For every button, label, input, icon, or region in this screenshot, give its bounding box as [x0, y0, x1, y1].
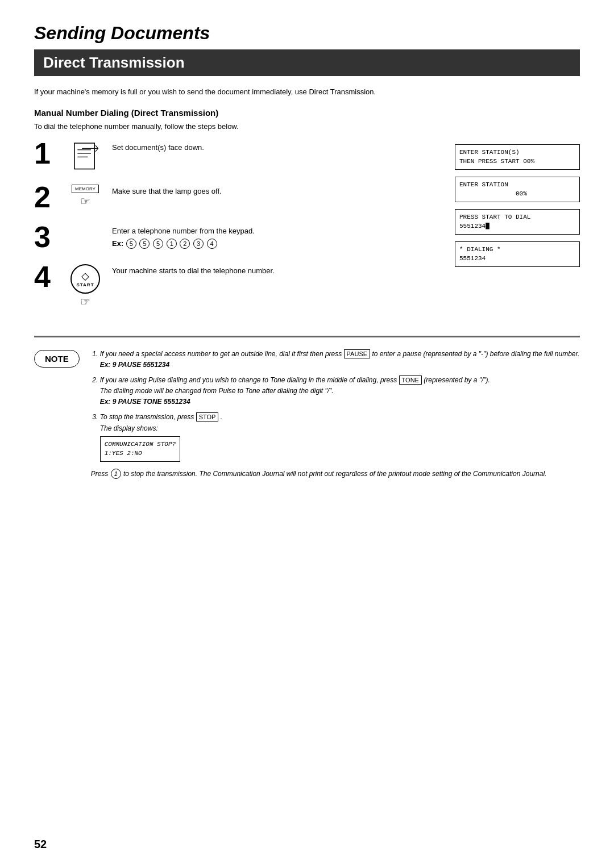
- step-4-icon: ◇ START ☞: [65, 264, 105, 308]
- stop-key: STOP: [196, 412, 219, 422]
- note-1-text-after: to enter a pause (represented by a "-") …: [372, 350, 579, 358]
- circle-3: 3: [193, 239, 204, 249]
- lcd-screen-1: ENTER STATION(S) THEN PRESS START 00%: [455, 144, 580, 170]
- step-3-num: 3: [34, 222, 65, 252]
- section-divider: [34, 336, 580, 337]
- note-2-text-mid: (represented by a "/").: [424, 376, 490, 384]
- steps-col: 1 Set document(s) face down.: [34, 139, 455, 319]
- note-item-2: If you are using Pulse dialing and you w…: [100, 375, 580, 408]
- step-2-text: Make sure that the lamp goes off.: [112, 186, 438, 197]
- main-title: Sending Documents: [34, 23, 580, 44]
- circle-1-note: 1: [111, 469, 121, 479]
- step-1-row: 1 Set document(s) face down.: [34, 139, 438, 172]
- svg-rect-0: [74, 143, 94, 169]
- step-1-content: Set document(s) face down.: [112, 139, 438, 153]
- subsection-title: Manual Number Dialing (Direct Transmissi…: [34, 108, 580, 118]
- start-circle: ◇ START: [70, 264, 100, 294]
- note-2-text2: The dialing mode will be changed from Pu…: [100, 387, 334, 395]
- lcd-screen-3: PRESS START TO DIAL 5551234█: [455, 209, 580, 235]
- note-3-text-before: To stop the transmission, press: [100, 413, 196, 421]
- content-area: 1 Set document(s) face down.: [34, 139, 580, 319]
- note-list: If you need a special access number to g…: [91, 349, 580, 464]
- page: Sending Documents Direct Transmission If…: [0, 0, 614, 868]
- note-label: NOTE: [34, 350, 80, 368]
- page-number: 52: [34, 838, 47, 851]
- step-4-content: Your machine starts to dial the telephon…: [112, 262, 438, 277]
- circle-2: 2: [180, 239, 190, 249]
- step-3-ex: Ex: 5 5 5 1 2 3 4: [112, 239, 438, 249]
- circle-5-2: 5: [139, 239, 150, 249]
- step-1-text: Set document(s) face down.: [112, 142, 438, 153]
- note-2-ex: Ex: 9 PAUSE TONE 5551234: [100, 398, 190, 406]
- step-2-row: 2 MEMORY ☞ Make sure that the lamp goes …: [34, 182, 438, 212]
- step-1-num: 1: [34, 139, 65, 168]
- step-2-icon: MEMORY ☞: [65, 185, 105, 208]
- ex-label: Ex:: [112, 239, 126, 248]
- comm-stop-lcd: COMMUNICATION STOP? 1:YES 2:NO: [100, 436, 180, 462]
- note-content: If you need a special access number to g…: [91, 349, 580, 479]
- circle-1: 1: [167, 239, 177, 249]
- lcd-screen-4: * DIALING * 5551234: [455, 241, 580, 267]
- memory-button: MEMORY: [72, 185, 99, 193]
- step-3-content: Enter a telephone number from the keypad…: [112, 222, 438, 249]
- note-1-ex: Ex: 9 PAUSE 5551234: [100, 361, 170, 369]
- step-1-icon: [65, 141, 105, 172]
- circle-4: 4: [207, 239, 217, 249]
- circle-5-1: 5: [126, 239, 136, 249]
- step-3-row: 3 Enter a telephone number from the keyp…: [34, 222, 438, 252]
- tone-key: TONE: [399, 375, 422, 385]
- finger-hand-icon: ☞: [80, 194, 90, 208]
- note-item-1: If you need a special access number to g…: [100, 349, 580, 370]
- note-item-3: To stop the transmission, press STOP . T…: [100, 412, 580, 464]
- step-2-content: Make sure that the lamp goes off.: [112, 182, 438, 197]
- step-4-row: 4 ◇ START ☞ Your machine starts to dial …: [34, 262, 438, 308]
- lcd-screen-2: ENTER STATION 00%: [455, 177, 580, 202]
- sub-intro: To dial the telephone number manually, f…: [34, 122, 580, 131]
- note-1-text-before: If you need a special access number to g…: [100, 350, 344, 358]
- press-note: Press 1 to stop the transmission. The Co…: [91, 469, 580, 479]
- diamond-icon: ◇: [81, 270, 89, 282]
- step-3-text: Enter a telephone number from the keypad…: [112, 226, 438, 237]
- screens-col: ENTER STATION(S) THEN PRESS START 00% EN…: [455, 139, 580, 319]
- note-3-display-label: The display shows:: [100, 424, 158, 432]
- pause-key: PAUSE: [344, 349, 370, 358]
- start-finger-icon: ☞: [80, 295, 90, 308]
- intro-text: If your machine's memory is full or you …: [34, 86, 580, 98]
- step-4-num: 4: [34, 262, 65, 291]
- note-3-text-after: .: [221, 413, 222, 421]
- note-section: NOTE If you need a special access number…: [34, 349, 580, 479]
- memory-icon-area: MEMORY ☞: [72, 185, 99, 208]
- step-2-num: 2: [34, 182, 65, 212]
- step-4-text: Your machine starts to dial the telephon…: [112, 265, 438, 277]
- circle-5-3: 5: [153, 239, 163, 249]
- start-btn-area: ◇ START ☞: [70, 264, 100, 308]
- note-2-text-before: If you are using Pulse dialing and you w…: [100, 376, 399, 384]
- section-header: Direct Transmission: [34, 49, 580, 76]
- start-label: START: [76, 282, 94, 287]
